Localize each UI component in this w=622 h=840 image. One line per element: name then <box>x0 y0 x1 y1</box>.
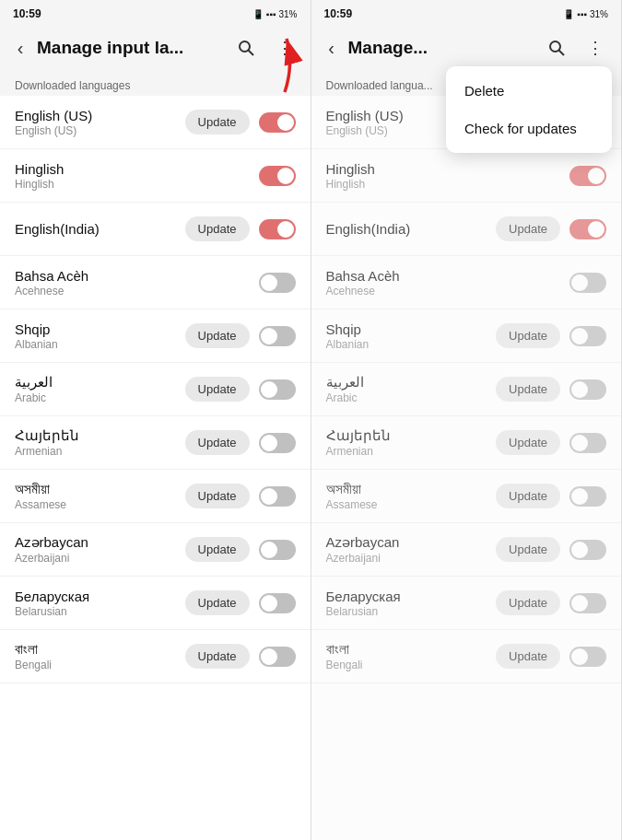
page-title-right: Manage... <box>348 38 541 58</box>
update-button[interactable]: Update <box>496 323 560 348</box>
update-button[interactable]: Update <box>185 644 250 669</box>
update-button[interactable]: Update <box>185 537 250 562</box>
lang-text: Bahsa AcèhAcehnese <box>326 268 570 298</box>
toggle-switch[interactable] <box>259 112 296 133</box>
update-button[interactable]: Update <box>185 110 250 134</box>
toggle-switch[interactable] <box>569 486 606 507</box>
list-item: ՀայերենArmenianUpdate <box>311 416 622 470</box>
search-button-right[interactable] <box>540 31 573 64</box>
toggle-switch[interactable] <box>569 379 606 400</box>
lang-name: অসমীয়া <box>326 481 497 497</box>
section-label-left: Downloaded languages <box>0 74 311 96</box>
toggle-switch[interactable] <box>259 486 296 507</box>
toggle-switch[interactable] <box>259 219 296 239</box>
lang-sub: Acehnese <box>15 285 259 298</box>
lang-name: Հայերեն <box>15 427 185 444</box>
lang-name: Беларуская <box>15 589 185 604</box>
lang-sub: Arabic <box>15 391 185 404</box>
toggle-switch[interactable] <box>569 593 606 613</box>
more-button-right[interactable]: ⋮ <box>579 31 612 64</box>
lang-sub: English (US) <box>15 124 185 137</box>
update-button[interactable]: Update <box>185 323 250 348</box>
toggle-switch[interactable] <box>569 326 606 346</box>
update-button[interactable]: Update <box>185 377 250 402</box>
list-item: БеларускаяBelarusianUpdate <box>0 577 311 630</box>
update-button[interactable]: Update <box>185 430 250 455</box>
whatsapp-icon-r: 📱 <box>563 9 574 19</box>
lang-sub: Hinglish <box>326 178 570 191</box>
update-button[interactable]: Update <box>496 216 560 241</box>
lang-text: English(India) <box>15 221 185 237</box>
list-item: বাংলাBengaliUpdate <box>311 630 622 683</box>
lang-text: Bahsa AcèhAcehnese <box>15 268 259 298</box>
update-button[interactable]: Update <box>496 537 560 562</box>
update-button[interactable]: Update <box>496 484 560 508</box>
update-button[interactable]: Update <box>185 484 250 508</box>
toggle-knob <box>588 221 604 238</box>
toggle-switch[interactable] <box>259 326 296 346</box>
top-bar-left: ‹ Manage input la... ⋮ <box>0 26 311 74</box>
more-button-left[interactable]: ⋮ <box>268 31 301 64</box>
list-item: العربيةArabicUpdate <box>311 363 622 416</box>
signal-icon-r: ▪▪▪ <box>577 9 587 19</box>
toggle-switch[interactable] <box>259 433 296 453</box>
list-item: HinglishHinglish <box>0 149 311 203</box>
list-item: English(India)Update <box>0 203 311 256</box>
update-button[interactable]: Update <box>185 590 250 615</box>
lang-text: অসমীয়াAssamese <box>326 481 497 511</box>
toggle-knob <box>261 648 277 665</box>
update-button[interactable]: Update <box>496 430 560 455</box>
toggle-knob <box>261 488 277 505</box>
lang-name: Bahsa Acèh <box>15 268 259 284</box>
lang-sub: Belarusian <box>15 605 185 618</box>
dropdown-item-delete[interactable]: Delete <box>446 72 612 110</box>
toggle-switch[interactable] <box>569 647 606 667</box>
toggle-switch[interactable] <box>569 273 606 293</box>
svg-point-0 <box>240 41 250 52</box>
lang-name: Azərbaycan <box>326 534 497 551</box>
lang-text: বাংলাBengali <box>15 641 185 671</box>
status-time-left: 10:59 <box>13 7 41 20</box>
lang-name: Hinglish <box>15 161 259 177</box>
search-button-left[interactable] <box>229 31 263 64</box>
lang-sub: Albanian <box>15 338 185 351</box>
toggle-knob <box>261 328 277 344</box>
lang-sub: Albanian <box>326 338 497 351</box>
toggle-switch[interactable] <box>259 166 296 186</box>
toggle-knob <box>571 488 588 505</box>
page-title-left: Manage input la... <box>37 38 229 58</box>
update-button[interactable]: Update <box>185 216 250 241</box>
list-item: HinglishHinglish <box>311 149 622 203</box>
lang-text: HinglishHinglish <box>326 161 570 191</box>
toggle-switch[interactable] <box>259 647 296 667</box>
back-button-right[interactable]: ‹ <box>315 31 348 64</box>
toggle-switch[interactable] <box>259 540 296 560</box>
list-item: অসমীয়াAssameseUpdate <box>0 470 311 523</box>
toggle-switch[interactable] <box>569 166 606 186</box>
update-button[interactable]: Update <box>496 377 560 402</box>
toggle-switch[interactable] <box>259 379 296 400</box>
lang-text: العربيةArabic <box>15 374 185 404</box>
back-button-left[interactable]: ‹ <box>4 31 37 64</box>
lang-sub: Armenian <box>326 445 497 458</box>
signal-icon: ▪▪▪ <box>266 9 276 19</box>
lang-sub: Hinglish <box>15 178 259 191</box>
status-icons-right: 📱 ▪▪▪ 31% <box>563 9 608 19</box>
lang-name: Shqip <box>326 321 497 337</box>
toggle-switch[interactable] <box>569 433 606 453</box>
list-item: AzərbaycanAzerbaijaniUpdate <box>311 523 622 577</box>
update-button[interactable]: Update <box>496 644 560 669</box>
lang-text: ShqipAlbanian <box>15 321 185 351</box>
dropdown-item-check-updates[interactable]: Check for updates <box>446 110 612 147</box>
toggle-knob <box>277 221 294 238</box>
status-bar-right: 10:59 📱 ▪▪▪ 31% <box>311 0 622 26</box>
toggle-switch[interactable] <box>259 593 296 613</box>
language-list-right: English (US)English (US)UpdateHinglishHi… <box>311 96 622 840</box>
toggle-switch[interactable] <box>569 540 606 560</box>
toggle-knob <box>571 381 588 398</box>
search-icon-left <box>237 39 255 57</box>
toggle-switch[interactable] <box>259 273 296 293</box>
update-button[interactable]: Update <box>496 590 560 615</box>
toggle-switch[interactable] <box>569 219 606 239</box>
lang-text: অসমীয়াAssamese <box>15 481 185 511</box>
